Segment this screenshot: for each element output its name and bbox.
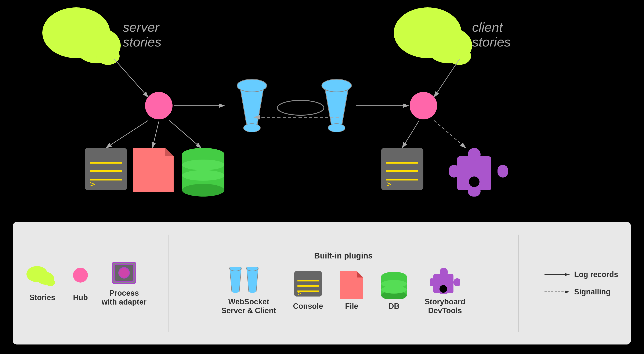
svg-point-58 <box>73 268 88 283</box>
legend-stories: Stories <box>26 265 59 302</box>
svg-point-17 <box>244 124 260 132</box>
svg-rect-82 <box>454 278 460 286</box>
legend-console: > Console <box>293 271 323 311</box>
legend-db: DB <box>380 271 408 311</box>
svg-marker-74 <box>357 271 363 278</box>
svg-point-85 <box>440 285 447 293</box>
svg-marker-89 <box>564 290 570 293</box>
legend-area: Stories Hub Process with adapter Built-i… <box>13 222 631 345</box>
storyboard-label: Storyboard DevTools <box>425 297 465 315</box>
legend-hub: Hub <box>72 265 89 302</box>
stories-label: Stories <box>30 293 55 302</box>
signalling-section: Log records Signalling <box>544 270 618 296</box>
legend-divider-1 <box>168 235 168 332</box>
svg-point-16 <box>237 79 267 92</box>
log-records-item: Log records <box>544 270 618 279</box>
svg-point-39 <box>182 184 224 196</box>
svg-point-40 <box>182 160 224 170</box>
svg-point-13 <box>145 92 172 119</box>
svg-point-14 <box>410 92 437 119</box>
process-label: Process with adapter <box>102 289 146 307</box>
svg-point-41 <box>182 170 224 181</box>
svg-rect-81 <box>440 268 448 277</box>
svg-text:>: > <box>90 179 95 189</box>
svg-marker-62 <box>230 268 241 292</box>
svg-point-3 <box>96 47 120 65</box>
svg-text:server: server <box>123 20 160 34</box>
svg-point-67 <box>248 289 256 293</box>
svg-marker-87 <box>564 273 570 276</box>
diagram-svg: server stories client stories <box>0 0 644 232</box>
svg-point-79 <box>381 286 407 294</box>
built-in-title: Built-in plugins <box>314 251 373 260</box>
svg-point-6 <box>448 47 471 65</box>
db-label: DB <box>388 302 400 311</box>
svg-rect-50 <box>468 186 480 196</box>
svg-rect-48 <box>468 148 480 161</box>
built-in-icons-row: WebSocket Server & Client > Console <box>222 267 465 315</box>
legend-process: Process with adapter <box>102 260 146 307</box>
signalling-label: Signalling <box>574 287 610 296</box>
svg-text:>: > <box>298 290 301 297</box>
svg-point-61 <box>119 268 129 278</box>
svg-point-52 <box>469 177 480 187</box>
signalling-item: Signalling <box>544 287 610 296</box>
svg-text:>: > <box>386 179 392 189</box>
main-canvas: server stories client stories <box>0 0 644 354</box>
svg-text:stories: stories <box>472 35 511 49</box>
websocket-label: WebSocket Server & Client <box>222 297 276 315</box>
svg-rect-51 <box>449 165 460 177</box>
hub-label: Hub <box>73 293 88 302</box>
built-in-section: Built-in plugins WebSocket Ser <box>181 251 506 315</box>
console-label: Console <box>293 302 323 311</box>
svg-text:stories: stories <box>123 35 162 49</box>
file-label: File <box>345 302 358 311</box>
svg-point-63 <box>230 267 241 271</box>
log-records-label: Log records <box>574 270 618 279</box>
svg-point-64 <box>232 289 239 293</box>
svg-marker-65 <box>247 268 258 292</box>
svg-point-19 <box>322 79 352 92</box>
svg-point-57 <box>46 279 55 286</box>
svg-text:client: client <box>472 20 504 34</box>
legend-file: File <box>340 271 363 311</box>
legend-websocket: WebSocket Server & Client <box>222 267 276 315</box>
svg-rect-49 <box>498 165 508 177</box>
legend-divider-2 <box>518 235 519 332</box>
svg-point-66 <box>246 267 258 271</box>
legend-storyboard: Storyboard DevTools <box>425 267 465 315</box>
svg-point-20 <box>328 124 345 132</box>
